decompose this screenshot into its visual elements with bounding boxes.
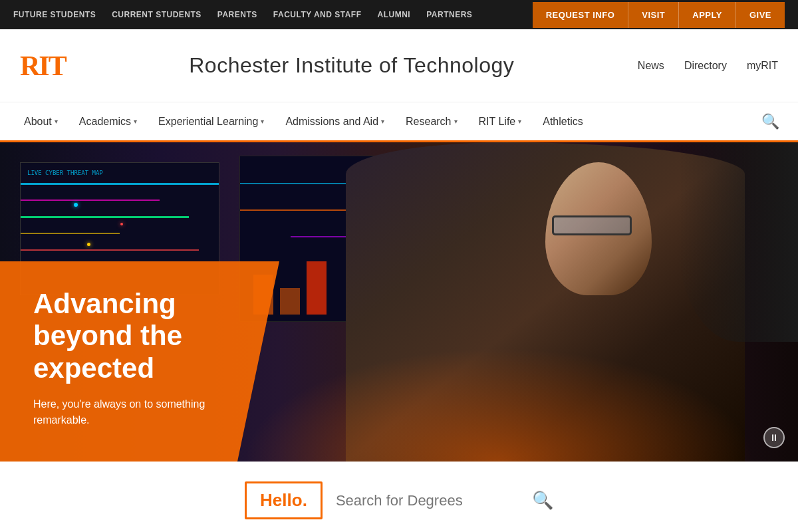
chair-area [678, 142, 798, 342]
below-hero-section: Hello. 🔍 [0, 462, 798, 532]
search-degrees-icon: 🔍 [532, 490, 553, 510]
main-nav: About ▾ Academics ▾ Experiential Learnin… [0, 102, 798, 142]
myrit-link[interactable]: myRIT [747, 60, 778, 72]
nav-parents[interactable]: PARENTS [217, 10, 257, 19]
nav-search-button[interactable]: 🔍 [756, 108, 785, 136]
keyboard-glow [200, 329, 798, 462]
search-degrees-box: Hello. 🔍 [245, 481, 553, 519]
ritlife-chevron-icon: ▾ [518, 118, 521, 125]
main-nav-list: About ▾ Academics ▾ Experiential Learnin… [13, 102, 594, 140]
hero-pause-button[interactable]: ⏸ [763, 427, 785, 448]
apply-button[interactable]: APPLY [678, 2, 735, 28]
experiential-chevron-icon: ▾ [261, 118, 264, 125]
admissions-chevron-icon: ▾ [381, 118, 384, 125]
nav-research-link[interactable]: Research ▾ [395, 102, 467, 140]
hello-label: Hello. [260, 490, 307, 510]
search-icon: 🔍 [761, 113, 779, 130]
nav-partners[interactable]: PARTNERS [426, 10, 472, 19]
hero-overlay: Advancing beyond the expected Here, you'… [0, 261, 279, 462]
nav-athletics-link[interactable]: Athletics [532, 102, 593, 140]
site-title: Rochester Institute of Technology [66, 53, 638, 78]
news-link[interactable]: News [638, 60, 664, 72]
rit-logo-link[interactable]: RIT [20, 52, 66, 80]
request-info-button[interactable]: REQUEST INFO [533, 2, 628, 28]
nav-item-experiential: Experiential Learning ▾ [148, 102, 275, 140]
hero-title: Advancing beyond the expected [33, 288, 253, 384]
nav-current-students[interactable]: CURRENT STUDENTS [112, 10, 201, 19]
give-button[interactable]: GIVE [735, 2, 785, 28]
nav-experiential-link[interactable]: Experiential Learning ▾ [148, 102, 275, 140]
nav-admissions-link[interactable]: Admissions and Aid ▾ [275, 102, 395, 140]
nav-alumni[interactable]: ALUMNI [378, 10, 411, 19]
nav-item-ritlife: RIT Life ▾ [468, 102, 533, 140]
hero-section: LIVE CYBER THREAT MAP [0, 142, 798, 462]
nav-item-athletics: Athletics [532, 102, 593, 140]
nav-item-academics: Academics ▾ [68, 102, 148, 140]
nav-faculty-staff[interactable]: FACULTY AND STAFF [273, 10, 362, 19]
utility-nav: FUTURE STUDENTS CURRENT STUDENTS PARENTS… [13, 10, 472, 19]
directory-link[interactable]: Directory [684, 60, 727, 72]
nav-item-research: Research ▾ [395, 102, 467, 140]
rit-logo: RIT [20, 52, 66, 80]
academics-chevron-icon: ▾ [134, 118, 137, 125]
nav-ritlife-link[interactable]: RIT Life ▾ [468, 102, 533, 140]
about-chevron-icon: ▾ [55, 118, 58, 125]
nav-item-about: About ▾ [13, 102, 68, 140]
main-header: RIT Rochester Institute of Technology Ne… [0, 29, 798, 102]
degrees-search-input[interactable] [336, 492, 522, 509]
utility-actions: REQUEST INFO VISIT APPLY GIVE [533, 2, 785, 28]
nav-future-students[interactable]: FUTURE STUDENTS [13, 10, 96, 19]
visit-button[interactable]: VISIT [628, 2, 678, 28]
nav-about-link[interactable]: About ▾ [13, 102, 68, 140]
header-links: News Directory myRIT [638, 60, 778, 72]
nav-academics-link[interactable]: Academics ▾ [68, 102, 148, 140]
hero-subtitle: Here, you're always on to something rema… [33, 396, 253, 428]
degrees-search-button[interactable]: 🔍 [532, 490, 553, 511]
research-chevron-icon: ▾ [454, 118, 458, 125]
degrees-search-area: 🔍 [336, 490, 553, 511]
pause-icon: ⏸ [769, 432, 779, 443]
nav-item-admissions: Admissions and Aid ▾ [275, 102, 395, 140]
hello-box: Hello. [245, 481, 323, 519]
utility-bar: FUTURE STUDENTS CURRENT STUDENTS PARENTS… [0, 0, 798, 29]
